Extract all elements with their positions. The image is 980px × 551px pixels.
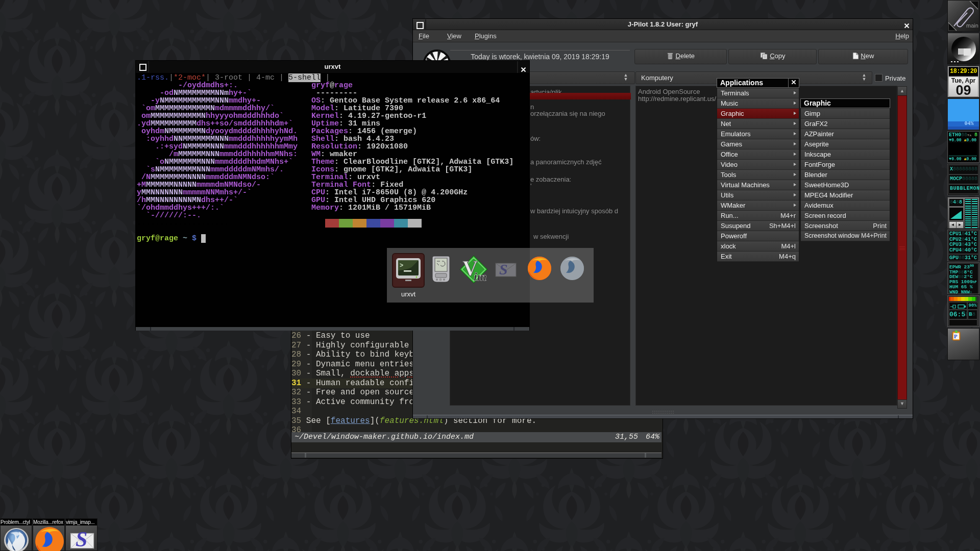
svg-text:P: P bbox=[954, 333, 958, 339]
svg-text:main: main bbox=[966, 22, 978, 29]
svg-text:S: S bbox=[499, 261, 508, 278]
svg-text:>: > bbox=[400, 262, 403, 269]
svg-text:S: S bbox=[76, 529, 87, 550]
svg-text:im: im bbox=[474, 270, 486, 283]
